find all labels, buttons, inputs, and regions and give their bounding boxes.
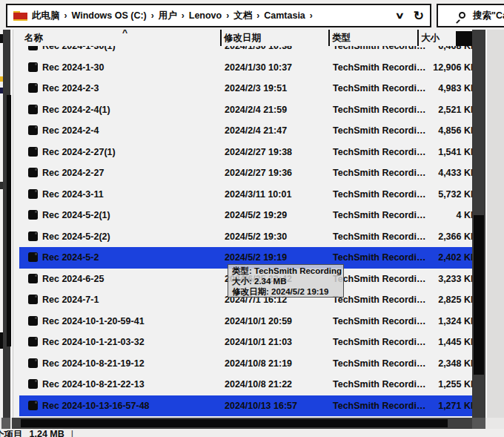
file-icon	[28, 252, 38, 262]
file-size: 1,445 KB	[411, 337, 472, 347]
file-size: 6,468 KB	[411, 46, 472, 51]
file-name: Rec 2024-2-4	[42, 125, 99, 136]
breadcrumb-chevron-icon: ›	[182, 10, 185, 21]
list-scrollbar-thumb[interactable]	[474, 215, 484, 375]
right-gutter	[485, 30, 504, 418]
column-divider[interactable]	[328, 30, 330, 46]
file-size: 2,521 KB	[411, 105, 472, 115]
file-row[interactable]: Rec 2024-5-2(2) 2024/5/2 19:30 TechSmith…	[19, 226, 472, 248]
file-icon	[28, 147, 38, 157]
file-date: 2024/10/13 16:57	[225, 401, 297, 411]
file-explorer-window: 此电脑›Windows OS (C:)›用户›Lenovo›文档›Camtasi…	[0, 0, 504, 437]
file-row[interactable]: Rec 2024-10-8-21-19-12 2024/10/8 21:19 T…	[19, 353, 472, 375]
file-row[interactable]: Rec 2024-2-3 2024/2/3 19:51 TechSmith Re…	[19, 78, 472, 99]
horizontal-scrollbar	[0, 418, 504, 429]
address-bar[interactable]: 此电脑›Windows OS (C:)›用户›Lenovo›文档›Camtasi…	[6, 4, 431, 27]
file-date: 2024/1/30 10:38	[225, 46, 292, 51]
file-name: Rec 2024-2-3	[42, 83, 99, 93]
file-row[interactable]: Rec 2024-2-27 2024/2/27 19:36 TechSmith …	[19, 162, 472, 184]
file-icon	[28, 231, 38, 241]
status-divider: |	[71, 429, 73, 437]
file-name: Rec 2024-5-2(1)	[42, 210, 110, 220]
file-name: Rec 2024-1-30(1)	[42, 46, 116, 51]
file-size: 2,366 KB	[411, 231, 472, 242]
file-size: 4 KB	[411, 210, 472, 220]
breadcrumb-item[interactable]: 用户	[159, 10, 177, 22]
pane-separator[interactable]	[11, 30, 13, 418]
column-header-date[interactable]: 修改日期	[224, 32, 261, 45]
file-icon	[28, 62, 38, 72]
breadcrumb-item[interactable]: Lenovo	[189, 10, 222, 21]
file-name: Rec 2024-6-25	[42, 274, 104, 284]
file-name: Rec 2024-10-13-16-57-48	[42, 401, 150, 411]
breadcrumb-chevron-icon: ›	[310, 10, 313, 21]
file-icon	[28, 379, 38, 389]
search-input[interactable]: 搜索"Camta	[473, 10, 504, 22]
column-divider[interactable]	[220, 30, 222, 46]
scrollbar-up-button[interactable]	[456, 31, 472, 46]
file-row[interactable]: Rec 2024-3-11 2024/3/11 10:01 TechSmith …	[19, 184, 472, 206]
toolbar: 此电脑›Windows OS (C:)›用户›Lenovo›文档›Camtasi…	[0, 0, 504, 30]
file-name: Rec 2024-3-11	[42, 189, 104, 200]
file-row[interactable]: Rec 2024-2-4 2024/2/4 21:47 TechSmith Re…	[19, 120, 472, 142]
column-divider[interactable]	[417, 30, 419, 46]
file-size: 3,233 KB	[411, 274, 472, 284]
file-size: 4,856 KB	[411, 125, 472, 136]
file-row[interactable]: Rec 2024-10-13-16-57-48 2024/10/13 16:57…	[19, 395, 472, 417]
scrollbar-left-button[interactable]	[1, 418, 10, 429]
file-size: 1,255 KB	[411, 379, 472, 390]
file-name: Rec 2024-1-30	[42, 62, 104, 73]
file-name: Rec 2024-5-2	[42, 252, 99, 263]
horizontal-scrollbar-thumb[interactable]	[21, 419, 448, 427]
breadcrumb-item[interactable]: Windows OS (C:)	[72, 10, 147, 21]
file-icon	[28, 337, 38, 346]
file-icon	[28, 316, 38, 326]
file-date: 2024/2/3 19:51	[225, 83, 287, 93]
search-box[interactable]: 搜索"Camta	[437, 4, 504, 27]
nav-scrollbar-track[interactable]	[3, 30, 10, 418]
horizontal-scrollbar-track[interactable]	[12, 418, 472, 429]
file-icon	[28, 189, 38, 199]
file-row[interactable]: Rec 2024-2-4(1) 2024/2/4 21:59 TechSmith…	[19, 99, 472, 121]
file-size: 2,825 KB	[411, 295, 472, 305]
tooltip-type-line: 类型: TechSmith Recording	[232, 266, 339, 276]
file-row[interactable]: Rec 2024-10-1-20-59-41 2024/10/1 20:59 T…	[19, 311, 472, 332]
file-name: Rec 2024-10-8-21-22-13	[42, 379, 145, 390]
file-icon	[28, 125, 38, 135]
file-row[interactable]: Rec 2024-10-1-21-03-32 2024/10/1 21:03 T…	[19, 332, 472, 353]
file-row[interactable]: Rec 2024-2-27(1) 2024/2/27 19:38 TechSmi…	[19, 142, 472, 163]
column-header-type[interactable]: 类型	[332, 32, 351, 45]
file-name: Rec 2024-10-1-20-59-41	[42, 316, 145, 326]
file-row[interactable]: Rec 2024-10-8-21-22-13 2024/10/8 21:22 T…	[19, 374, 472, 395]
file-row[interactable]: Rec 2024-5-2(1) 2024/5/2 19:29 TechSmith…	[19, 205, 472, 226]
breadcrumb-item[interactable]: 文档	[233, 10, 252, 22]
file-tooltip: 类型: TechSmith Recording 大小: 2.34 MB 修改日期…	[228, 264, 344, 298]
file-icon	[28, 274, 38, 283]
file-size: 12,906 KB	[411, 62, 472, 73]
file-name: Rec 2024-7-1	[42, 295, 99, 305]
file-row[interactable]: Rec 2024-1-30(1) 2024/1/30 10:38 TechSmi…	[19, 46, 472, 57]
file-size: 2,402 KB	[411, 252, 472, 263]
file-size: 1,541 KB	[411, 147, 472, 157]
breadcrumb-item[interactable]: 此电脑	[32, 10, 60, 22]
file-date: 2024/10/1 20:59	[225, 316, 292, 326]
file-date: 2024/2/27 19:36	[225, 168, 292, 178]
file-size: 4,433 KB	[411, 168, 472, 178]
breadcrumb-item[interactable]: Camtasia	[264, 10, 305, 21]
file-icon	[28, 46, 38, 50]
file-name: Rec 2024-2-4(1)	[42, 105, 110, 115]
tooltip-date-line: 修改日期: 2024/5/2 19:19	[232, 286, 339, 297]
column-header-name[interactable]: 名称	[24, 32, 43, 45]
breadcrumb-chevron-icon: ›	[226, 10, 229, 21]
column-header-size[interactable]: 大小	[421, 32, 440, 45]
file-icon	[28, 401, 38, 410]
chevron-down-icon[interactable]: ∨	[395, 11, 405, 20]
file-size: 4,983 KB	[411, 83, 472, 93]
file-size: 1,324 KB	[411, 316, 472, 326]
refresh-icon[interactable]: ↻	[414, 10, 424, 22]
file-icon	[28, 105, 38, 114]
file-size: 5,732 KB	[411, 189, 472, 200]
file-row[interactable]: Rec 2024-1-30 2024/1/30 10:37 TechSmith …	[19, 57, 472, 79]
file-name: Rec 2024-2-27(1)	[42, 147, 116, 157]
breadcrumb-chevron-icon: ›	[256, 10, 259, 21]
